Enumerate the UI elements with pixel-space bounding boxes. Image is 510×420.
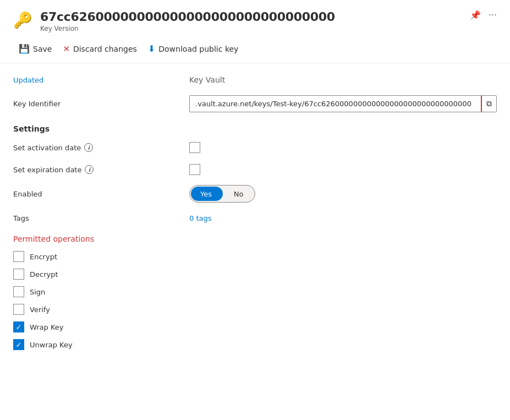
enabled-row: Enabled Yes No — [13, 181, 497, 207]
activation-label: Set activation date i — [13, 143, 189, 152]
tags-row: Tags 0 tags — [13, 207, 497, 229]
enabled-toggle-container: Yes No — [189, 185, 497, 203]
more-options-icon[interactable]: ··· — [489, 10, 497, 20]
operation-label-encrypt: Encrypt — [30, 253, 57, 261]
updated-value-text: Key Vault — [189, 75, 225, 84]
operation-row: Sign — [13, 283, 497, 301]
settings-heading: Settings — [13, 117, 497, 137]
save-label: Save — [33, 45, 52, 53]
updated-label: Updated — [13, 76, 189, 84]
expiration-checkbox-container — [189, 164, 497, 175]
permitted-operations-heading: Permitted operations — [13, 229, 497, 248]
expiration-row: Set expiration date i — [13, 159, 497, 181]
page-title: 67cc62600000000000000000000000000000 — [40, 10, 462, 24]
expiration-checkbox[interactable] — [189, 164, 200, 175]
save-icon: 💾 — [19, 43, 30, 54]
key-identifier-label: Key Identifier — [13, 100, 189, 108]
operation-checkbox-wrap-key[interactable] — [13, 321, 24, 332]
pin-icon[interactable]: 📌 — [470, 10, 481, 20]
toggle-yes[interactable]: Yes — [190, 190, 222, 198]
operation-checkbox-encrypt[interactable] — [13, 251, 24, 262]
operation-checkbox-sign[interactable] — [13, 286, 24, 297]
operation-label-decrypt: Decrypt — [30, 270, 58, 279]
operation-label-sign: Sign — [30, 288, 45, 296]
operation-checkbox-verify[interactable] — [13, 304, 24, 315]
updated-value: Key Vault — [189, 75, 497, 84]
expiration-info-icon[interactable]: i — [85, 165, 94, 174]
operation-label-verify: Verify — [30, 306, 50, 314]
download-label: Download public key — [158, 45, 238, 53]
enabled-label: Enabled — [13, 190, 189, 198]
operation-label-wrap-key: Wrap Key — [30, 323, 64, 331]
tags-value: 0 tags — [189, 214, 497, 222]
key-icon: 🔑 — [13, 11, 32, 29]
key-identifier-input[interactable] — [190, 96, 481, 111]
operation-label-unwrap-key: Unwrap Key — [30, 341, 73, 349]
expiration-label: Set expiration date i — [13, 165, 189, 174]
key-identifier-container: ⧉ — [189, 95, 497, 112]
copy-button[interactable]: ⧉ — [481, 96, 496, 112]
operation-row: Verify — [13, 301, 497, 318]
updated-text: Updated — [13, 76, 43, 84]
activation-checkbox-container — [189, 142, 497, 153]
download-button[interactable]: ⬇ Download public key — [142, 40, 244, 57]
operation-row: Encrypt — [13, 248, 497, 265]
activation-checkbox[interactable] — [189, 142, 200, 153]
operation-row: Unwrap Key — [13, 336, 497, 353]
discard-icon: ✕ — [63, 44, 70, 54]
page-subtitle: Key Version — [40, 25, 462, 32]
activation-info-icon[interactable]: i — [84, 143, 93, 152]
activation-row: Set activation date i — [13, 137, 497, 159]
toggle-no[interactable]: No — [222, 190, 255, 198]
tags-link[interactable]: 0 tags — [189, 214, 212, 222]
tags-label: Tags — [13, 214, 189, 222]
discard-label: Discard changes — [73, 45, 137, 53]
operation-row: Wrap Key — [13, 318, 497, 336]
key-identifier-value: ⧉ — [189, 95, 497, 112]
enabled-toggle[interactable]: Yes No — [189, 185, 255, 203]
operation-row: Decrypt — [13, 265, 497, 283]
copy-icon: ⧉ — [486, 99, 492, 108]
header-section: 🔑 67cc62600000000000000000000000000000 K… — [0, 0, 510, 37]
discard-button[interactable]: ✕ Discard changes — [57, 41, 142, 57]
operations-list: EncryptDecryptSignVerifyWrap KeyUnwrap K… — [13, 248, 497, 353]
title-area: 67cc62600000000000000000000000000000 Key… — [40, 10, 462, 32]
operation-checkbox-unwrap-key[interactable] — [13, 339, 24, 350]
operation-checkbox-decrypt[interactable] — [13, 269, 24, 280]
save-button[interactable]: 💾 Save — [13, 40, 57, 57]
updated-row: Updated Key Vault — [13, 69, 497, 91]
toolbar: 💾 Save ✕ Discard changes ⬇ Download publ… — [0, 37, 510, 63]
key-identifier-row: Key Identifier ⧉ — [13, 91, 497, 117]
download-icon: ⬇ — [148, 43, 155, 54]
content-area: Updated Key Vault Key Identifier ⧉ Setti… — [0, 63, 510, 367]
